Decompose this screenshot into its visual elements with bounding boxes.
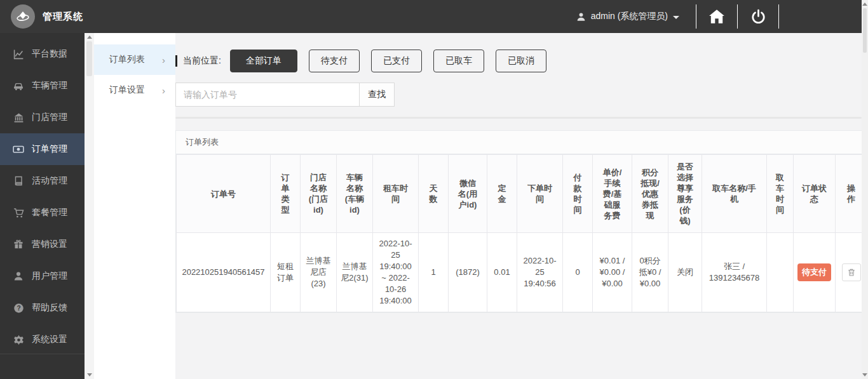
cell-wechat: (1872) bbox=[449, 233, 487, 312]
column-header: 订单类型 bbox=[271, 155, 301, 233]
chevron-right-icon: › bbox=[162, 85, 165, 96]
cell-points-coupon: 0积分抵¥0 / ¥0.00 bbox=[632, 233, 668, 312]
sidebar-item-user-management[interactable]: 用户管理 bbox=[0, 260, 85, 292]
chevron-right-icon: › bbox=[162, 55, 165, 65]
user-menu[interactable]: admin (系统管理员) bbox=[560, 0, 696, 33]
brand-logo bbox=[11, 4, 35, 29]
user-icon bbox=[13, 270, 24, 282]
cell-order-time: 2022-10-25 19:40:56 bbox=[517, 233, 563, 312]
table-header-row: 订单号 订单类型 门店名称(门店id) 车辆名称(车辆id) 租车时间 天数 微… bbox=[177, 155, 862, 233]
cell-order-no: 202210251940561457 bbox=[177, 233, 271, 312]
bank-icon bbox=[13, 112, 24, 123]
sidebar-item-vehicle-management[interactable]: 车辆管理 bbox=[0, 70, 85, 102]
topbar-right: admin (系统管理员) bbox=[560, 0, 862, 33]
cell-pay-time: 0 bbox=[563, 233, 593, 312]
column-header: 车辆名称(车辆id) bbox=[337, 155, 373, 233]
orders-table: 订单号 订单类型 门店名称(门店id) 车辆名称(车辆id) 租车时间 天数 微… bbox=[176, 154, 862, 312]
sidebar-item-activity-management[interactable]: 活动管理 bbox=[0, 165, 85, 197]
sidebar-item-label: 套餐管理 bbox=[32, 207, 67, 218]
submenu-panel: 订单列表 › 订单设置 › bbox=[94, 33, 175, 379]
trash-icon bbox=[847, 268, 856, 277]
filter-paid[interactable]: 已支付 bbox=[371, 50, 422, 72]
book-icon bbox=[13, 175, 24, 187]
home-icon bbox=[709, 9, 725, 24]
column-header: 订单号 bbox=[177, 155, 271, 233]
order-list-panel: 订单列表 订单号 订单类型 门店名称(门店id) 车辆名称(车辆id) 租车时间… bbox=[175, 130, 862, 313]
sidebar-item-label: 营销设置 bbox=[32, 239, 67, 250]
cell-pickup-contact: 张三 / 13912345678 bbox=[702, 233, 767, 312]
column-header: 操作 bbox=[836, 155, 862, 233]
search-button[interactable]: 查找 bbox=[360, 83, 395, 107]
cell-pickup-time bbox=[767, 233, 794, 312]
cell-days: 1 bbox=[419, 233, 449, 312]
scrollbar-vertical-inner[interactable] bbox=[85, 33, 94, 379]
topbar-spacer bbox=[779, 0, 862, 33]
scroll-down-arrow[interactable] bbox=[87, 373, 92, 376]
sidebar-footer bbox=[0, 354, 85, 379]
scrollbar-thumb[interactable] bbox=[863, 8, 867, 53]
filter-all-orders[interactable]: 全部订单 bbox=[230, 50, 297, 72]
column-header: 单价/手续费/基础服务费 bbox=[593, 155, 632, 233]
column-header: 天数 bbox=[419, 155, 449, 233]
status-badge: 待支付 bbox=[797, 263, 831, 281]
column-header: 下单时间 bbox=[517, 155, 563, 233]
cell-premium-service: 关闭 bbox=[668, 233, 702, 312]
app-title: 管理系统 bbox=[43, 11, 83, 23]
column-header: 取车时间 bbox=[767, 155, 794, 233]
user-icon bbox=[576, 12, 586, 22]
filter-cancelled[interactable]: 已取消 bbox=[496, 50, 546, 72]
search-bar: 查找 bbox=[175, 83, 862, 107]
sidebar-item-label: 订单管理 bbox=[32, 143, 67, 155]
scroll-down-arrow[interactable] bbox=[862, 373, 867, 376]
sidebar-item-order-management[interactable]: 订单管理 bbox=[0, 133, 85, 165]
scrollbar-vertical-right[interactable] bbox=[862, 0, 868, 379]
submenu-item-order-settings[interactable]: 订单设置 › bbox=[94, 75, 175, 105]
breadcrumb-accent-bar bbox=[175, 55, 177, 67]
sidebar: 平台数据 车辆管理 门店管理 订单 bbox=[0, 33, 85, 379]
submenu-item-order-list[interactable]: 订单列表 › bbox=[94, 44, 175, 75]
cell-order-type: 短租订单 bbox=[271, 233, 301, 312]
sidebar-item-store-management[interactable]: 门店管理 bbox=[0, 102, 85, 133]
breadcrumb-label: 当前位置: bbox=[183, 55, 221, 67]
column-header: 付款时间 bbox=[563, 155, 593, 233]
submenu-item-label: 订单列表 bbox=[109, 54, 145, 65]
scroll-up-arrow[interactable] bbox=[87, 36, 92, 39]
svg-text:?: ? bbox=[17, 305, 20, 312]
cell-deposit: 0.01 bbox=[487, 233, 517, 312]
column-header: 租车时间 bbox=[373, 155, 419, 233]
sidebar-item-label: 用户管理 bbox=[32, 270, 67, 282]
logout-button[interactable] bbox=[738, 0, 778, 33]
sidebar-item-system-settings[interactable]: 系统设置 bbox=[0, 324, 85, 356]
sidebar-item-label: 平台数据 bbox=[32, 48, 67, 60]
sidebar-item-marketing-settings[interactable]: 营销设置 bbox=[0, 229, 85, 260]
cell-price-fees: ¥0.01 / ¥0.00 / ¥0.00 bbox=[593, 233, 632, 312]
column-header: 订单状态 bbox=[794, 155, 836, 233]
delete-button[interactable] bbox=[842, 263, 861, 281]
home-button[interactable] bbox=[696, 0, 737, 33]
breadcrumb: 当前位置: 全部订单 待支付 已支付 已取车 已取消 bbox=[175, 50, 862, 72]
scroll-up-arrow[interactable] bbox=[862, 3, 867, 6]
sidebar-item-label: 帮助反馈 bbox=[32, 302, 67, 314]
filter-picked-up[interactable]: 已取车 bbox=[433, 50, 484, 72]
filter-pending-payment[interactable]: 待支付 bbox=[309, 50, 360, 72]
order-number-input[interactable] bbox=[175, 83, 360, 107]
cart-icon bbox=[13, 207, 24, 218]
column-header: 微信名(用户id) bbox=[449, 155, 487, 233]
sidebar-item-label: 门店管理 bbox=[32, 112, 67, 123]
scrollbar-thumb[interactable] bbox=[86, 41, 92, 76]
table-row: 202210251940561457 短租订单 兰博基尼店(23) 兰博基尼2(… bbox=[177, 233, 862, 312]
cell-store: 兰博基尼店(23) bbox=[301, 233, 337, 312]
sidebar-item-label: 活动管理 bbox=[32, 175, 67, 187]
sidebar-item-package-management[interactable]: 套餐管理 bbox=[0, 197, 85, 229]
sidebar-item-platform-data[interactable]: 平台数据 bbox=[0, 38, 85, 70]
section-divider bbox=[175, 117, 862, 119]
sidebar-item-help-feedback[interactable]: ? 帮助反馈 bbox=[0, 292, 85, 324]
question-icon: ? bbox=[13, 302, 24, 314]
car-icon bbox=[13, 80, 24, 91]
line-chart-icon bbox=[13, 48, 24, 60]
column-header: 积分抵现/优惠券抵现 bbox=[632, 155, 668, 233]
cell-rent-time: 2022-10-25 19:40:00 ~ 2022-10-26 19:40:0… bbox=[373, 233, 419, 312]
cell-order-status: 待支付 bbox=[794, 233, 836, 312]
main-content: 当前位置: 全部订单 待支付 已支付 已取车 已取消 查找 订单列表 订单号 订… bbox=[175, 33, 862, 379]
sidebar-item-label: 车辆管理 bbox=[32, 80, 67, 91]
